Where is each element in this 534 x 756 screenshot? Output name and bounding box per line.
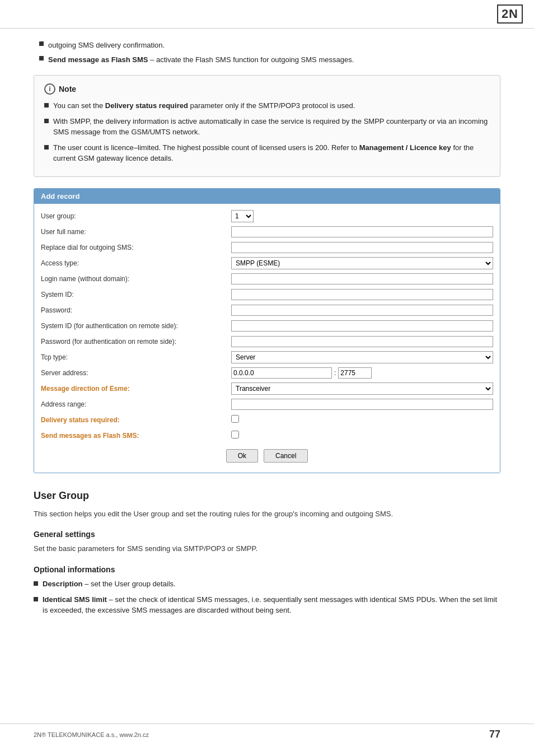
general-settings-title: General settings — [34, 530, 500, 539]
select-message-direction[interactable]: Transceiver Transmitter Receiver — [231, 382, 493, 395]
form-row-address-range: Address range: — [41, 398, 493, 411]
user-group-section: User Group This section helps you edit t… — [34, 490, 500, 616]
input-password-remote[interactable] — [231, 336, 493, 347]
input-user-full-name[interactable] — [231, 226, 493, 237]
label-tcp-type: Tcp type: — [41, 353, 231, 361]
ok-button[interactable]: Ok — [226, 449, 258, 463]
form-row-login-name: Login name (without domain): — [41, 272, 493, 286]
note-bullet-icon-1 — [44, 103, 49, 108]
control-user-group: 1234 — [231, 210, 493, 222]
input-replace-dial[interactable] — [231, 242, 493, 253]
input-server-ip[interactable] — [231, 367, 332, 379]
control-password — [231, 305, 493, 316]
label-server-address: Server address: — [41, 369, 231, 377]
add-record-body: User group: 1234 User full name: — [34, 204, 500, 473]
note-bullet-icon-3 — [44, 145, 49, 150]
form-row-message-direction: Message direction of Esme: Transceiver T… — [41, 382, 493, 395]
label-user-group: User group: — [41, 212, 231, 220]
form-row-server-address: Server address: : — [41, 366, 493, 380]
input-system-id[interactable] — [231, 289, 493, 300]
intro-bullet-2-bold: Send message as Flash SMS — [48, 55, 148, 64]
logo: 2N — [497, 4, 523, 24]
note-bullet-1-text: You can set the Delivery status required… — [53, 100, 355, 111]
form-row-tcp-type: Tcp type: Server Client — [41, 351, 493, 364]
label-system-id: System ID: — [41, 291, 231, 298]
note-header: i Note — [44, 83, 490, 95]
note-bullet-3: The user count is licence–limited. The h… — [44, 142, 490, 164]
input-system-id-remote[interactable] — [231, 320, 493, 332]
main-content: outgoing SMS delivery confirmation. Send… — [0, 29, 534, 632]
optional-bullet-1-text: Description – set the User group details… — [43, 578, 176, 590]
input-password[interactable] — [231, 305, 493, 316]
select-user-group[interactable]: 1234 — [231, 210, 254, 222]
control-user-full-name — [231, 226, 493, 237]
checkbox-flash-sms[interactable] — [231, 431, 239, 438]
add-record-header: Add record — [34, 189, 500, 204]
label-user-full-name: User full name: — [41, 228, 231, 236]
note-bullet-3-text: The user count is licence–limited. The h… — [53, 142, 490, 164]
control-address-range — [231, 399, 493, 410]
optional-info-bullets: Description – set the User group details… — [34, 578, 500, 616]
control-flash-sms — [231, 431, 493, 440]
label-system-id-remote: System ID (for authentication on remote … — [41, 322, 231, 330]
bullet-icon — [39, 41, 44, 46]
optional-bullet-2-bold: Identical SMS limit — [43, 595, 107, 604]
control-server-address: : — [231, 367, 493, 379]
label-password: Password: — [41, 306, 231, 314]
note-bullet-2: With SMPP, the delivery information is a… — [44, 116, 490, 138]
optional-bullet-1-bold: Description — [43, 580, 83, 588]
note-bullets: You can set the Delivery status required… — [44, 100, 490, 164]
note-bullet-icon-2 — [44, 119, 49, 123]
form-row-replace-dial: Replace dial for outgoing SMS: — [41, 241, 493, 254]
intro-bullet-2-text: Send message as Flash SMS – activate the… — [48, 54, 354, 66]
opt-bullet-icon-1 — [34, 581, 38, 586]
note-bullet-3-bold: Management / Licence key — [359, 143, 451, 152]
control-access-type: SMPP (ESME) SMTP/POP3 — [231, 257, 493, 269]
form-row-delivery-status: Delivery status required: — [41, 413, 493, 427]
form-buttons: Ok Cancel — [41, 449, 493, 467]
label-address-range: Address range: — [41, 400, 231, 408]
footer-page-number: 77 — [489, 729, 500, 740]
select-tcp-type[interactable]: Server Client — [231, 351, 493, 363]
intro-bullet-2: Send message as Flash SMS – activate the… — [34, 54, 500, 66]
optional-bullet-2: Identical SMS limit – set the check of i… — [34, 594, 500, 616]
control-delivery-status — [231, 415, 493, 424]
label-flash-sms: Send messages as Flash SMS: — [41, 432, 231, 440]
intro-bullet-1: outgoing SMS delivery confirmation. — [34, 40, 500, 51]
form-row-system-id-remote: System ID (for authentication on remote … — [41, 319, 493, 333]
note-bullet-2-text: With SMPP, the delivery information is a… — [53, 116, 490, 138]
general-settings-text: Set the basic parameters for SMS sending… — [34, 543, 500, 555]
page-footer: 2N® TELEKOMUNIKACE a.s., www.2n.cz 77 — [0, 724, 534, 745]
input-address-range[interactable] — [231, 399, 493, 410]
control-replace-dial — [231, 242, 493, 253]
intro-section: outgoing SMS delivery confirmation. Send… — [34, 40, 500, 65]
note-title: Note — [59, 85, 76, 94]
control-system-id — [231, 289, 493, 300]
cancel-button[interactable]: Cancel — [264, 449, 308, 463]
control-login-name — [231, 273, 493, 284]
form-row-system-id: System ID: — [41, 288, 493, 301]
note-bullet-1: You can set the Delivery status required… — [44, 100, 490, 111]
user-group-title: User Group — [34, 490, 500, 502]
form-row-user-group: User group: 1234 — [41, 209, 493, 223]
input-server-port[interactable] — [338, 367, 372, 379]
user-group-intro: This section helps you edit the User gro… — [34, 508, 500, 520]
label-replace-dial: Replace dial for outgoing SMS: — [41, 244, 231, 251]
control-tcp-type: Server Client — [231, 351, 493, 363]
label-login-name: Login name (without domain): — [41, 275, 231, 283]
optional-info-title: Optional informations — [34, 565, 500, 574]
note-bullet-1-bold: Delivery status required — [105, 101, 188, 110]
control-password-remote — [231, 336, 493, 347]
label-delivery-status: Delivery status required: — [41, 416, 231, 424]
page: 2N outgoing SMS delivery confirmation. S… — [0, 0, 534, 756]
form-row-flash-sms: Send messages as Flash SMS: — [41, 429, 493, 442]
form-row-access-type: Access type: SMPP (ESME) SMTP/POP3 — [41, 256, 493, 270]
input-login-name[interactable] — [231, 273, 493, 284]
optional-bullet-1: Description – set the User group details… — [34, 578, 500, 590]
select-access-type[interactable]: SMPP (ESME) SMTP/POP3 — [231, 257, 493, 269]
checkbox-delivery-status[interactable] — [231, 415, 239, 423]
server-port-separator: : — [334, 369, 336, 377]
form-row-user-full-name: User full name: — [41, 225, 493, 239]
intro-bullet-1-text: outgoing SMS delivery confirmation. — [48, 40, 165, 51]
form-row-password: Password: — [41, 304, 493, 317]
